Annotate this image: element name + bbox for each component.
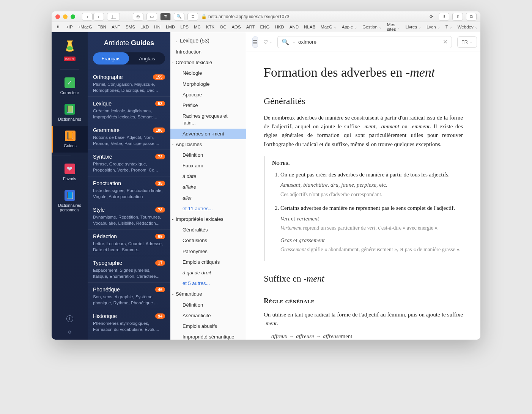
toc-item[interactable]: Adverbes en -ment: [170, 129, 246, 139]
toc-item[interactable]: aller: [170, 193, 246, 203]
toc-item[interactable]: Faux ami: [170, 161, 246, 171]
lang-select[interactable]: FR⌄: [457, 36, 477, 48]
toc-item[interactable]: Paronymes: [170, 246, 246, 257]
toc-item[interactable]: Impropriété sémantique: [170, 332, 246, 340]
toc-header[interactable]: ⌄Lexique (53): [170, 32, 246, 47]
reload-icon[interactable]: ⟳: [430, 14, 436, 19]
shield-icon[interactable]: ◎: [133, 13, 143, 20]
bookmark-item[interactable]: LKD: [138, 21, 151, 33]
reader-icon[interactable]: ≣: [187, 13, 198, 20]
category-item[interactable]: Historique94Phénomènes étymologiques, Fo…: [88, 309, 170, 335]
toc-item[interactable]: Anglicismes: [170, 139, 246, 150]
toc-item[interactable]: et 5 autres...: [170, 278, 246, 289]
bookmark-item[interactable]: LMD: [163, 21, 178, 33]
rail-item-favoris[interactable]: ❤Favoris: [52, 159, 88, 186]
toc-item[interactable]: et 11 autres...: [170, 203, 246, 214]
share-icon[interactable]: ⇪: [452, 13, 463, 20]
minimize-traffic-light[interactable]: [63, 14, 68, 19]
category-item[interactable]: Typographie17Espacement, Signes jumelés,…: [88, 256, 170, 282]
bookmark-item[interactable]: MacG⌄: [318, 21, 339, 33]
toc-item[interactable]: Sémantique: [170, 289, 246, 299]
count-badge: 53: [155, 101, 165, 106]
bookmark-item[interactable]: LPS: [178, 21, 191, 33]
toc-item[interactable]: Confusions: [170, 235, 246, 246]
bookmark-item[interactable]: FBN: [95, 21, 109, 33]
bookmark-item[interactable]: +MacG: [76, 21, 95, 33]
bookmark-item[interactable]: OC: [217, 21, 229, 33]
bookmark-item[interactable]: AND: [287, 21, 301, 33]
bookmark-item[interactable]: ART: [244, 21, 258, 33]
bookmark-item[interactable]: HN: [151, 21, 163, 33]
bookmark-item[interactable]: T⌄: [443, 21, 455, 33]
rail-item-dictionnaires[interactable]: 📗Dictionnaires: [52, 99, 88, 126]
chevron-down-icon[interactable]: ⌄: [292, 40, 295, 44]
bookmark-item[interactable]: ENG: [258, 21, 272, 33]
search-input[interactable]: [298, 39, 440, 45]
back-button[interactable]: ‹: [82, 13, 93, 20]
search-toolbar-icon[interactable]: 🔍: [174, 13, 184, 20]
info-icon[interactable]: i: [66, 315, 73, 322]
toc-item[interactable]: Introduction: [170, 47, 246, 57]
sidebar-toggle[interactable]: [107, 13, 120, 20]
bookmark-item[interactable]: NLAB: [301, 21, 318, 33]
toc-item[interactable]: Morphologie: [170, 79, 246, 90]
bookmark-item[interactable]: Lyon⌄: [424, 21, 443, 33]
bookmark-item[interactable]: Apple⌄: [339, 21, 360, 33]
bookmark-item[interactable]: MC: [191, 21, 203, 33]
bookmark-item[interactable]: HKD: [272, 21, 286, 33]
clear-icon[interactable]: ✕: [443, 38, 448, 46]
toc-item[interactable]: Emplois critiqués: [170, 257, 246, 268]
window-icon[interactable]: ▭: [146, 13, 157, 20]
toc-item[interactable]: Asémanticité: [170, 310, 246, 321]
gear-icon[interactable]: ⚙: [68, 330, 72, 334]
lang-en[interactable]: Anglais: [129, 52, 165, 65]
toc-item[interactable]: Généralités: [170, 225, 246, 235]
category-item[interactable]: Phonétique46Son, sens et graphie, Systèm…: [88, 282, 170, 309]
bookmark-item[interactable]: AOS: [229, 21, 243, 33]
toc-item[interactable]: Impropriétés lexicales: [170, 214, 246, 225]
category-item[interactable]: Grammaire186Notions de base, Adjectif, N…: [88, 123, 170, 150]
toc-item[interactable]: Création lexicale: [170, 57, 246, 68]
apps-icon[interactable]: ⠿: [54, 23, 63, 31]
heart-icon[interactable]: ♡⌄: [263, 36, 272, 48]
forward-button[interactable]: ›: [93, 13, 104, 20]
bookmark-item[interactable]: Livres⌄: [403, 21, 424, 33]
category-item[interactable]: Syntaxe72Phrase, Groupe syntaxique, Prop…: [88, 150, 170, 176]
toc-item[interactable]: Néologie: [170, 68, 246, 79]
category-subtitle: Dynamisme, Répétition, Tournures, Vocabu…: [93, 214, 165, 226]
category-item[interactable]: Style78Dynamisme, Répétition, Tournures,…: [88, 203, 170, 229]
menu-icon[interactable]: ☰: [252, 36, 258, 48]
address-bar[interactable]: 🔒beta.antidote.app/guides/fr/lexique/107…: [201, 14, 436, 19]
rail-item-correcteur[interactable]: ✓Correcteur: [52, 73, 88, 99]
zoom-traffic-light[interactable]: [71, 14, 75, 19]
rail-item-dictionnaires-personnels[interactable]: 📘Dictionnaires personnels: [52, 186, 88, 217]
bookmark-item[interactable]: +IP: [63, 21, 76, 33]
category-item[interactable]: Orthographe155Pluriel, Conjugaison, Maju…: [88, 70, 170, 96]
bookmark-item[interactable]: Mes sites⌄: [384, 21, 403, 33]
close-traffic-light[interactable]: [55, 14, 60, 19]
toc-item[interactable]: Préfixe: [170, 100, 246, 111]
paragraph: De nombreux adverbes de manière se const…: [264, 113, 463, 149]
bookmark-item[interactable]: Gestion⌄: [360, 21, 384, 33]
toc-item[interactable]: Racines grecques et latin...: [170, 111, 246, 128]
bookmark-item[interactable]: ANT: [109, 21, 123, 33]
toc-item[interactable]: à qui de droit: [170, 268, 246, 278]
bookmark-item[interactable]: KTK: [203, 21, 217, 33]
flask-icon[interactable]: ⚗: [160, 13, 171, 20]
rail-item-guides[interactable]: 📙Guides: [52, 126, 88, 153]
toc-item[interactable]: Définition: [170, 300, 246, 310]
toc-item[interactable]: Emplois abusifs: [170, 321, 246, 332]
toc-item[interactable]: affaire: [170, 182, 246, 192]
bookmark-item[interactable]: SMS: [123, 21, 138, 33]
toc-item[interactable]: Apocope: [170, 90, 246, 100]
toc-item[interactable]: à date: [170, 171, 246, 182]
download-icon[interactable]: ⬇: [439, 13, 449, 20]
category-item[interactable]: Rédaction69Lettre, Locuteurs, Courriel, …: [88, 229, 170, 256]
category-item[interactable]: Ponctuation35Liste des signes, Ponctuati…: [88, 176, 170, 203]
language-toggle[interactable]: Français Anglais: [93, 52, 165, 65]
bookmark-item[interactable]: Webdev⌄: [455, 21, 480, 33]
tabs-icon[interactable]: ⧉: [466, 13, 477, 20]
toc-item[interactable]: Définition: [170, 150, 246, 161]
category-item[interactable]: Lexique53Création lexicale, Anglicismes,…: [88, 96, 170, 123]
lang-fr[interactable]: Français: [93, 52, 129, 65]
